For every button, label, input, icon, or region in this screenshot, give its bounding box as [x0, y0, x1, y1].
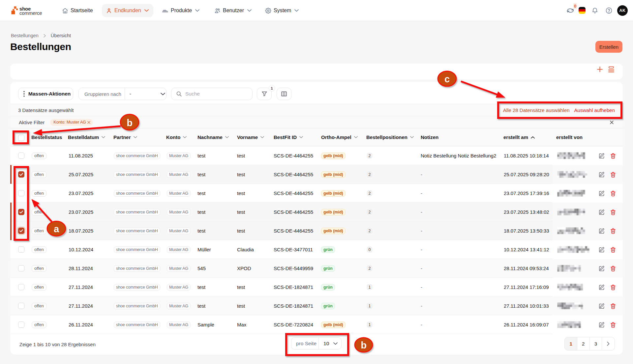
svg-text:a: a — [54, 224, 59, 234]
svg-text:c: c — [444, 74, 450, 84]
svg-text:b: b — [361, 340, 367, 350]
svg-text:b: b — [127, 118, 133, 128]
